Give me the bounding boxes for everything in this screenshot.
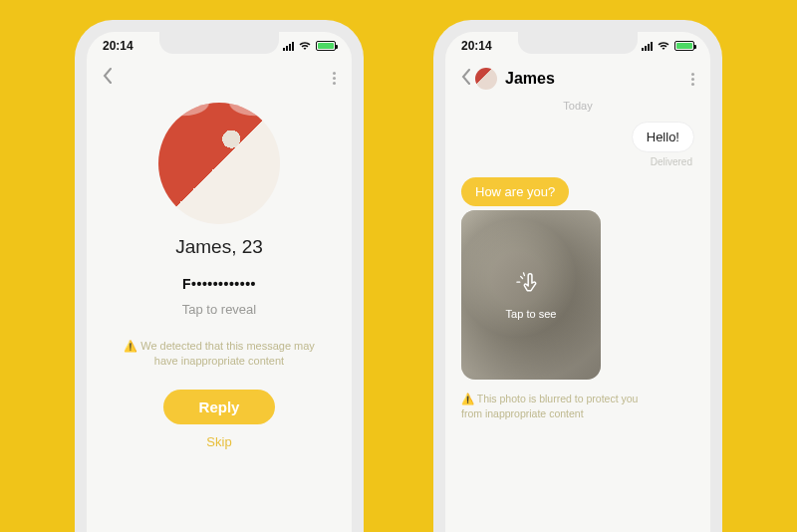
status-indicators (642, 41, 694, 51)
battery-icon (316, 41, 336, 51)
content-warning-text: ⚠️ We detected that this message may hav… (115, 339, 324, 370)
tap-to-see-label: Tap to see (506, 308, 557, 320)
signal-icon (283, 42, 294, 51)
profile-avatar (158, 103, 280, 224)
reply-button[interactable]: Reply (163, 390, 276, 424)
skip-link[interactable]: Skip (111, 434, 328, 449)
more-menu-button[interactable] (333, 70, 336, 87)
masked-message: F•••••••••••• (111, 276, 328, 292)
tap-to-reveal-link[interactable]: Tap to reveal (111, 302, 328, 317)
back-button[interactable] (103, 68, 113, 89)
wifi-icon (298, 41, 312, 51)
message-outgoing[interactable]: Hello! (632, 122, 694, 152)
back-button[interactable] (461, 69, 471, 90)
more-menu-button[interactable] (691, 71, 694, 88)
conversation-header[interactable]: James (475, 68, 691, 90)
photo-warning-text: ⚠️ This photo is blurred to protect you … (461, 392, 651, 420)
status-time: 20:14 (103, 39, 133, 53)
day-separator: Today (461, 100, 694, 112)
header-name: James (505, 70, 555, 88)
nav-row: James (445, 60, 710, 94)
battery-icon (674, 41, 694, 51)
nav-row (87, 60, 352, 93)
phone-frame-right: 20:14 James Today Hello! Delivered (433, 20, 722, 532)
screen-right: 20:14 James Today Hello! Delivered (445, 32, 710, 532)
screen-left: 20:14 James, 23 F•••••••••••• Tap to rev… (87, 32, 352, 532)
profile-name-age: James, 23 (111, 236, 328, 258)
status-indicators (283, 41, 336, 51)
phone-frame-left: 20:14 James, 23 F•••••••••••• Tap to rev… (75, 20, 364, 532)
status-time: 20:14 (461, 39, 492, 53)
message-incoming[interactable]: How are you? (461, 177, 569, 206)
wifi-icon (657, 41, 670, 51)
tap-hand-icon (516, 270, 546, 304)
signal-icon (642, 42, 653, 51)
header-avatar (475, 68, 497, 90)
delivery-status: Delivered (461, 156, 692, 167)
notch (518, 32, 638, 54)
blurred-photo-attachment[interactable]: Tap to see (461, 210, 601, 380)
notch (159, 32, 279, 54)
